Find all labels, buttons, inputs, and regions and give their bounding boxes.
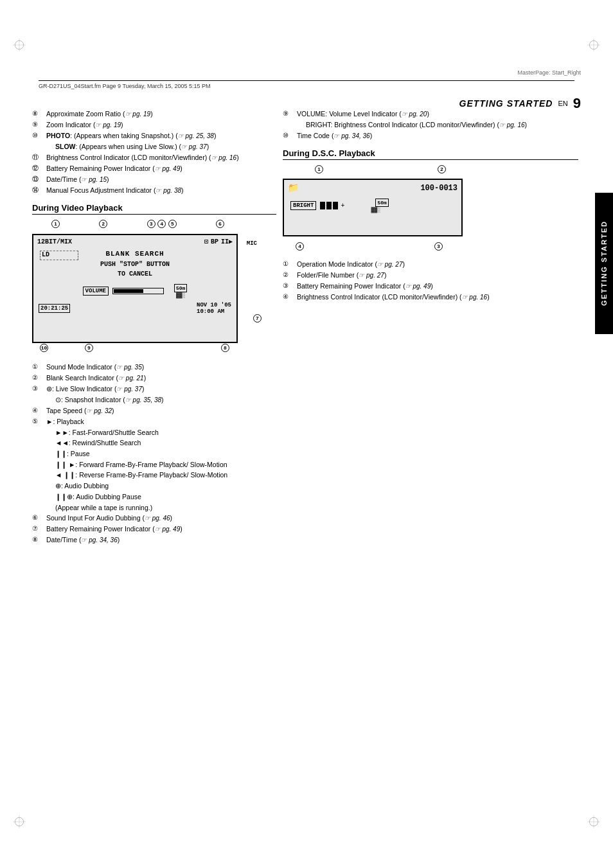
- lcd-icon-bp: BP: [211, 238, 218, 245]
- list-item: ⑪ Brightness Control Indicator (LCD moni…: [32, 153, 276, 163]
- item-num: ⑩: [283, 131, 296, 141]
- list-item: ⊙: Snapshot Indicator (☞ pg. 35, 38): [32, 395, 276, 405]
- dsc-items-container: ① Operation Mode Indicator (☞ pg. 27) ② …: [283, 260, 578, 302]
- item-text: Manual Focus Adjustment Indicator (☞ pg.…: [46, 186, 276, 195]
- lcd-top-left: 12BIT/MIX LD: [37, 238, 72, 245]
- lcd-ann-bottom-9: 9: [85, 344, 94, 352]
- lcd-push-stop: PUSH "STOP" BUTTON: [33, 260, 236, 269]
- item-num: ⑨: [283, 109, 296, 119]
- ann-10-circle: 10: [40, 344, 48, 352]
- list-item: ④ Tape Speed (☞ pg. 32): [32, 406, 276, 416]
- list-item: ⑬ Date/Time (☞ pg. 15): [32, 175, 276, 184]
- lcd-icon-camera: ⊡: [204, 238, 208, 245]
- item-text: Tape Speed (☞ pg. 32): [46, 406, 276, 416]
- item-text: Operation Mode Indicator (☞ pg. 27): [297, 260, 578, 269]
- dsc-bottom-ann: 4 3: [283, 242, 450, 251]
- dsc-display-wrapper: 1 2 📁 100-0013 BRIGHT: [283, 165, 578, 251]
- list-item: ❙❙ ►: Forward Frame-By-Frame Playback/ S…: [32, 460, 276, 470]
- item-text: VOLUME: Volume Level Indicator (☞ pg. 20…: [297, 109, 578, 119]
- list-item: ◄ ❙❙: Reverse Frame-By-Frame Playback/ S…: [32, 470, 276, 480]
- lcd-to-cancel: TO CANCEL: [33, 269, 236, 279]
- lcd-ld: LD: [40, 251, 49, 258]
- list-item: ④ Brightness Control Indicator (LCD moni…: [283, 292, 578, 302]
- dsc-bright-label: BRIGHT: [290, 201, 316, 210]
- left-column: ⑧ Approximate Zoom Ratio (☞ pg. 19) ⑨ Zo…: [32, 109, 276, 551]
- lcd-display-wrapper: 1 2 3 4 5 6 12BIT/MIX LD: [32, 220, 238, 348]
- top-items-list: ⑧ Approximate Zoom Ratio (☞ pg. 19) ⑨ Zo…: [32, 109, 276, 195]
- ann-6: 6: [216, 220, 225, 228]
- item-num: ⑧: [32, 535, 45, 545]
- item-text: SLOW: (Appears when using Live Slow.) (☞…: [46, 142, 276, 152]
- lcd-volume-row: VOLUME 50m ▓▓░: [33, 282, 236, 300]
- master-page-text: MasterPage: Start_Right: [517, 69, 581, 76]
- list-item: ⑨ VOLUME: Volume Level Indicator (☞ pg. …: [283, 109, 578, 119]
- bottom-items-container: ① Sound Mode Indicator (☞ pg. 35) ② Blan…: [32, 362, 276, 545]
- crop-mark-tr: [587, 39, 600, 53]
- item-num: ①: [32, 362, 45, 372]
- list-item: ⑩ Time Code (☞ pg. 34, 36): [283, 131, 578, 141]
- dsc-ann-4: 4: [296, 242, 305, 251]
- dsc-50m-battery: 50m ▓▓░: [362, 199, 388, 213]
- dsc-bar: +: [320, 202, 346, 209]
- dsc-folder-icon: 📁: [288, 182, 299, 193]
- lcd-ann-bottom-10: 10: [40, 344, 49, 352]
- item-num: [32, 428, 45, 438]
- list-item: ② Blank Search Indicator (☞ pg. 21): [32, 373, 276, 383]
- dsc-top-row: 📁 100-0013: [284, 180, 461, 196]
- item-num: [32, 492, 45, 502]
- item-num: ②: [32, 373, 45, 383]
- right-top-list: ⑨ VOLUME: Volume Level Indicator (☞ pg. …: [283, 109, 578, 141]
- item-text: Folder/File Number (☞ pg. 27): [297, 270, 578, 280]
- list-item: ② Folder/File Number (☞ pg. 27): [283, 270, 578, 280]
- list-item: ⑩ PHOTO: (Appears when taking Snapshot.)…: [32, 131, 276, 141]
- list-item: ⑭ Manual Focus Adjustment Indicator (☞ p…: [32, 186, 276, 195]
- dsc-battery-icon: ▓▓░: [371, 207, 380, 213]
- item-num: ②: [283, 270, 296, 280]
- list-item: ►►: Fast-Forward/Shuttle Search: [32, 428, 276, 438]
- mic-label: MIC: [247, 240, 257, 247]
- item-num: [32, 449, 45, 459]
- video-playback-heading: During Video Playback: [32, 203, 276, 215]
- section-en: EN: [558, 100, 567, 107]
- dsc-segment-3: [333, 202, 338, 209]
- bottom-items-list: ① Sound Mode Indicator (☞ pg. 35) ② Blan…: [32, 362, 276, 545]
- dsc-segment-2: [326, 202, 332, 209]
- list-item: ❙❙: Pause: [32, 449, 276, 459]
- lcd-50m-battery: 50m ▓▓░: [174, 284, 187, 298]
- dsc-50m: 50m: [375, 199, 388, 207]
- list-item: ❙❙⊕: Audio Dubbing Pause: [32, 492, 276, 502]
- item-num: [32, 470, 45, 480]
- item-num: ③: [32, 384, 45, 394]
- item-num: ⑧: [32, 109, 45, 119]
- lcd-time: 10:00 AM: [197, 308, 224, 315]
- item-text: Date/Time (☞ pg. 34, 36): [46, 535, 276, 545]
- item-text: Brightness Control Indicator (LCD monito…: [297, 292, 578, 302]
- item-num: [283, 120, 296, 130]
- item-num: ⑫: [32, 164, 45, 173]
- ann-2: 2: [99, 220, 108, 228]
- lcd-dashed-box: LD: [40, 251, 78, 260]
- file-info-bar: GR-D271US_04Start.fm Page 9 Tuesday, Mar…: [39, 80, 574, 89]
- item-text: ❙❙: Pause: [46, 449, 276, 459]
- lcd-volume-label: VOLUME: [83, 287, 109, 296]
- right-column: ⑨ VOLUME: Volume Level Indicator (☞ pg. …: [283, 109, 578, 308]
- item-num: [32, 503, 45, 513]
- item-num: ⑨: [32, 120, 45, 130]
- list-item: ◄◄: Rewind/Shuttle Search: [32, 438, 276, 448]
- item-text: Sound Mode Indicator (☞ pg. 35): [46, 362, 276, 372]
- dsc-ann-2: 2: [438, 165, 447, 173]
- list-item: BRIGHT: Brightness Control Indicator (LC…: [283, 120, 578, 130]
- item-text: (Appear while a tape is running.): [46, 503, 276, 513]
- item-num: [32, 481, 45, 491]
- lcd-icons: ⊡ BP II▶: [204, 238, 233, 245]
- item-text: PHOTO: (Appears when taking Snapshot.) (…: [46, 131, 276, 141]
- item-text: ◄ ❙❙: Reverse Frame-By-Frame Playback/ S…: [46, 470, 276, 480]
- item-num: ⑤: [32, 417, 45, 427]
- item-text: BRIGHT: Brightness Control Indicator (LC…: [297, 120, 578, 130]
- lcd-date-row: 20:21:25 NOV 10 '05 10:00 AM: [33, 300, 236, 317]
- lcd-battery-icon: ▓▓░: [176, 292, 185, 298]
- item-num: [32, 460, 45, 470]
- item-num: ⑬: [32, 175, 45, 184]
- side-tab-text: GETTING STARTED: [600, 220, 608, 306]
- list-item: ⑦ Battery Remaining Power Indicator (☞ p…: [32, 524, 276, 534]
